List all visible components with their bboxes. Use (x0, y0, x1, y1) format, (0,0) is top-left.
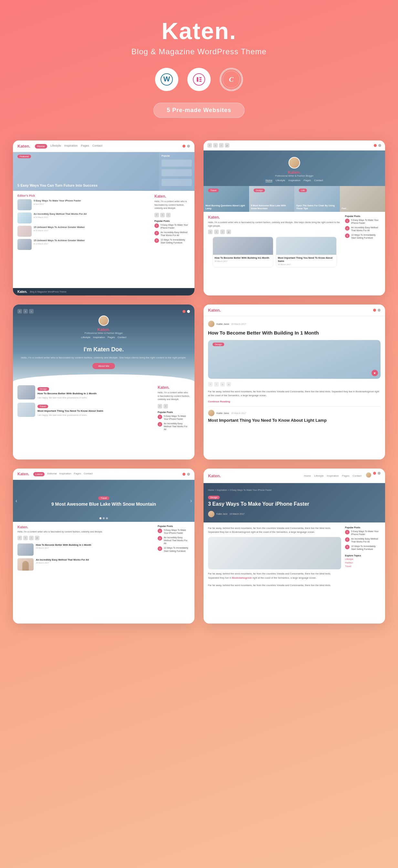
side-text: Hello, I'm a content writer who is fasci… (154, 200, 190, 210)
card1-brand: Katen. (18, 144, 30, 149)
c5-nav-inspiration[interactable]: Inspiration (59, 472, 71, 476)
popular-title-3: 10 Ways To Immediately Start Selling Fur… (160, 238, 190, 244)
post-row-4: 15 Unheard Ways To Achieve Greater Walke… (18, 239, 151, 250)
c6-num-2: 2 (345, 537, 349, 542)
c6-nav-inspiration[interactable]: Inspiration (327, 474, 339, 477)
feat-title-2: 9 Most Awesome Blue Lake With Snow Mount… (251, 205, 293, 210)
card5-brand: Katen. (18, 472, 29, 476)
hero-arrow-right[interactable]: › (190, 498, 192, 504)
card6-author: Kallie Jane (216, 513, 227, 515)
c2-nav-inspiration[interactable]: Inspiration (288, 179, 301, 182)
feat-item-4: Feel… (340, 186, 386, 212)
card3-sub: Hello, I'm a content writer who is fasci… (18, 356, 190, 360)
s4: p (225, 143, 229, 148)
footer-brand: Katen. (18, 290, 27, 293)
feat-item-1: Travel Most Burning Questions About Ligh… (204, 186, 249, 212)
thumb-arch (18, 199, 32, 210)
c4-s1[interactable]: f (208, 382, 213, 386)
c6-nav-home[interactable]: Home (304, 474, 311, 477)
save-icon[interactable]: ♥ (371, 370, 378, 376)
card2-brand: Katen. (288, 170, 301, 175)
c5-nav-pages[interactable]: Pages (74, 472, 81, 476)
c6-pop-t1: 5 Easy Ways To Make Your iPhone Faster (351, 530, 380, 536)
c2-nav-contact[interactable]: Contact (314, 179, 323, 182)
c3-about-brand: Katen. (158, 385, 190, 390)
side-brand: Katen. (154, 194, 190, 198)
card3-cta-button[interactable]: About Me (92, 363, 115, 369)
post-info-4: 15 Unheard Ways To Achieve Greater Walke… (34, 239, 85, 245)
c3-nav-contact[interactable]: Contact (118, 336, 127, 339)
card2-social-top: f t i p (207, 143, 229, 148)
nav-pages[interactable]: Pages (81, 144, 89, 149)
c5-nav-contact[interactable]: Contact (84, 472, 93, 476)
card4-read-more[interactable]: Continue Reading (208, 400, 380, 403)
svg-rect-4 (199, 77, 202, 78)
c3-nav-pages[interactable]: Pages (108, 336, 115, 339)
c5-nav-editorial[interactable]: Editorial (47, 472, 57, 476)
card2-avatar-row: Katen. Professional Writer & Fashion Blo… (208, 154, 380, 186)
c2-nav-lifestyle[interactable]: Lifestyle (276, 179, 285, 182)
card4-avatar (208, 321, 215, 327)
c6-dot-gray (378, 472, 380, 475)
nav-home[interactable]: Home (35, 144, 47, 149)
card4-excerpt: Far far away, behind the word mountains,… (208, 390, 380, 398)
c2-nav-home[interactable]: Home (266, 179, 272, 182)
topic-lifestyle[interactable]: Lifestyle (345, 558, 380, 560)
c3-pop-t1: 5 Easy Ways To Make Your iPhone Faster (164, 414, 190, 421)
c4-s2[interactable]: t (214, 382, 219, 386)
card-single-post: Katen. Kallie Jane 19 March 2017 How To … (204, 305, 385, 460)
card5-content-layout: Katen. Hello, I'm a content writer who i… (13, 522, 194, 577)
card2-tagline: Professional Writer & Fashion Blogger (275, 175, 314, 177)
s3: i (219, 143, 223, 148)
header: Katen. Blog & Magazine WordPress Theme W… (0, 0, 398, 131)
c4-s3[interactable]: p (220, 382, 225, 386)
c2-num-3: 3 (345, 234, 349, 238)
c4-s4[interactable]: g (226, 382, 231, 386)
card5-hero-badge: Travel (98, 496, 109, 500)
thumb-sea (18, 213, 32, 223)
c3-dot-red (183, 310, 185, 313)
c6-nav-pages[interactable]: Pages (342, 474, 349, 477)
card4-dot-gray (378, 309, 380, 312)
c3-about-text: Hello, I'm a content writer who is fasci… (158, 391, 190, 401)
pre-made-badge: 5 Pre-made Websites (153, 103, 245, 118)
nav-inspiration[interactable]: Inspiration (64, 144, 78, 149)
c2-nav-pages[interactable]: Pages (304, 179, 311, 182)
c6-nav-contact[interactable]: Contact (353, 474, 362, 477)
card6-brand: Katen. (208, 473, 221, 478)
topic-fashion[interactable]: Fashion (345, 562, 380, 564)
card4-brand: Katen. (208, 308, 221, 313)
topic-travel[interactable]: Travel (345, 565, 380, 567)
c3-nav-inspiration[interactable]: Inspiration (93, 336, 105, 339)
card1-navbar: Katen. Home Lifestyle Inspiration Pages … (13, 141, 194, 152)
s1: f (207, 143, 212, 148)
c5-pop-t3: 10 Ways To Immediately Start Selling Fur… (164, 547, 190, 552)
c3-nav-lifestyle[interactable]: Lifestyle (81, 336, 90, 339)
c5-nav-latest[interactable]: Latest (33, 472, 45, 476)
post-title-1: 5 Easy Ways To Make Your iPhone Faster (34, 199, 81, 203)
card1-dots (183, 145, 190, 148)
c6-nav-lifestyle[interactable]: Lifestyle (314, 474, 324, 477)
about-social-row: f t i p (208, 229, 341, 234)
card2-avatar (288, 157, 300, 168)
card4-hero-image: Design ♥ (208, 340, 380, 379)
card6-post-image (208, 537, 341, 569)
ab-s1: f (208, 229, 213, 234)
ab-s3: i (220, 229, 225, 234)
svg-rect-5 (199, 79, 202, 80)
hero-dots (99, 517, 108, 519)
svg-rect-3 (197, 77, 198, 82)
c5-pop-t1: 5 Easy Ways To Make Your iPhone Faster (164, 529, 190, 534)
nav-lifestyle[interactable]: Lifestyle (51, 144, 61, 149)
ptitle-swim: Most Important Thing You Need To Know Ab… (278, 256, 335, 263)
card6-avatar (208, 511, 215, 517)
nav-contact[interactable]: Contact (92, 144, 102, 149)
c3-num-2: 2 (158, 422, 162, 427)
card-magazine: Katen. Home Lifestyle Inspiration Pages … (13, 141, 194, 296)
card6-excerpt2: Far far away, behind the word mountains,… (208, 572, 341, 580)
post-info-3: 15 Unheard Ways To Achieve Greater Walke… (34, 226, 85, 231)
hero-arrow-left[interactable]: ‹ (16, 498, 17, 504)
card6-dots (373, 472, 380, 479)
ptitle-building: How To Become Better With Building In1 M… (215, 256, 271, 259)
post-meta-4: ● 19 March 2017 (34, 243, 85, 245)
